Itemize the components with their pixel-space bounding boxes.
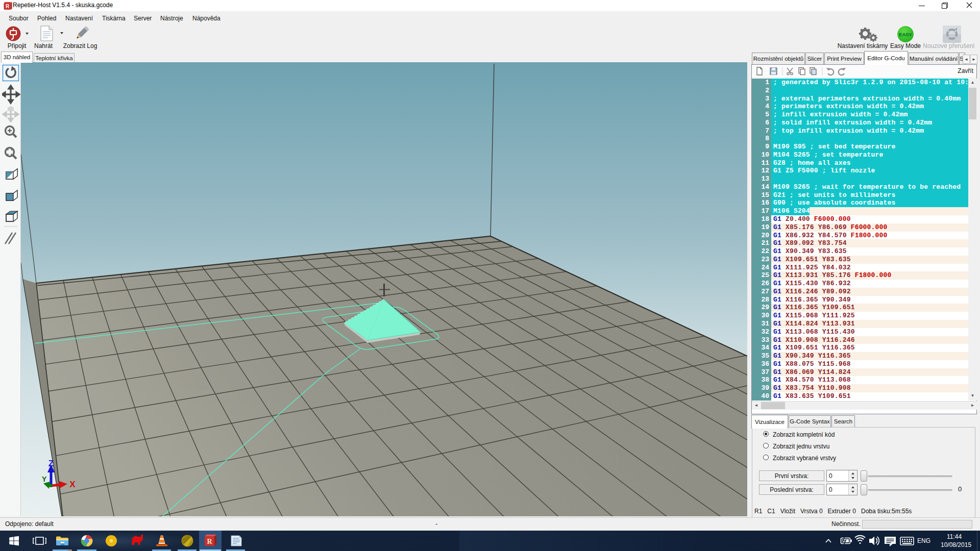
svg-text:EASY: EASY: [899, 32, 913, 37]
svg-text:R: R: [207, 538, 212, 545]
svg-text:Z: Z: [48, 459, 54, 468]
svg-text:X: X: [69, 480, 76, 489]
svg-text:R: R: [6, 4, 10, 9]
svg-text:Y: Y: [42, 475, 47, 483]
